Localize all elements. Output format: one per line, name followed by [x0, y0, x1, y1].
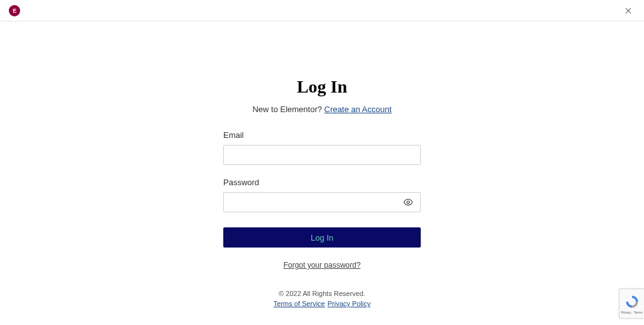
- recaptcha-badge: Privacy · Terms: [619, 288, 644, 319]
- email-label: Email: [223, 130, 421, 140]
- elementor-logo: E: [9, 5, 20, 16]
- subtitle: New to Elementor? Create an Account: [252, 105, 391, 114]
- top-bar: E: [0, 0, 644, 21]
- terms-link[interactable]: Terms of Service: [274, 300, 325, 307]
- email-field-group: Email: [223, 130, 421, 165]
- toggle-password-visibility-button[interactable]: [401, 195, 416, 210]
- footer: © 2022 All Rights Reserved. Terms of Ser…: [0, 290, 644, 307]
- close-button[interactable]: [621, 4, 635, 18]
- login-button[interactable]: Log In: [223, 227, 421, 248]
- password-input[interactable]: [223, 192, 421, 212]
- login-form: Email Password Log In Forgot your passwo…: [223, 130, 421, 270]
- close-icon: [624, 6, 633, 15]
- footer-links: Terms of ServicePrivacy Policy: [0, 300, 644, 307]
- password-field-group: Password: [223, 178, 421, 212]
- recaptcha-icon: [625, 294, 640, 309]
- recaptcha-legal-text: Privacy · Terms: [621, 311, 642, 314]
- page-title: Log In: [297, 77, 347, 97]
- login-panel: Log In New to Elementor? Create an Accou…: [0, 21, 644, 270]
- privacy-link[interactable]: Privacy Policy: [328, 300, 370, 307]
- password-label: Password: [223, 178, 421, 187]
- logo-glyph: E: [13, 8, 16, 14]
- svg-point-2: [407, 201, 409, 203]
- create-account-link[interactable]: Create an Account: [325, 105, 392, 114]
- eye-icon: [403, 197, 413, 207]
- email-input[interactable]: [223, 145, 421, 165]
- copyright-text: © 2022 All Rights Reserved.: [0, 290, 644, 297]
- forgot-password-link[interactable]: Forgot your password?: [284, 261, 361, 270]
- forgot-wrapper: Forgot your password?: [223, 259, 421, 270]
- subtitle-text: New to Elementor?: [252, 105, 324, 114]
